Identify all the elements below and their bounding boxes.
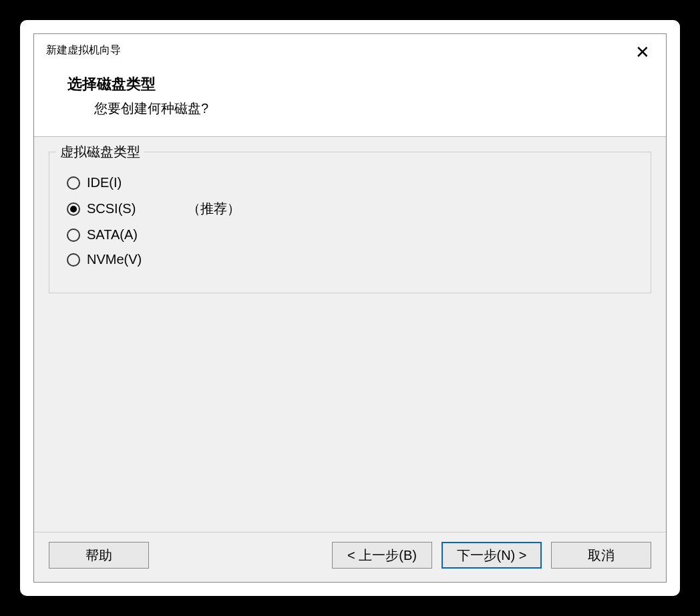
radio-label: SATA(A) [87,227,167,243]
back-button[interactable]: < 上一步(B) [332,542,432,569]
titlebar: 新建虚拟机向导 ✕ [34,34,666,67]
cancel-button[interactable]: 取消 [551,542,651,569]
radio-hint: （推荐） [187,200,240,218]
close-icon[interactable]: ✕ [631,43,654,61]
radio-nvme[interactable]: NVMe(V) [67,252,639,267]
radio-icon [67,202,80,216]
radio-icon [67,253,80,267]
dialog-title: 新建虚拟机向导 [46,43,121,57]
radio-label: IDE(I) [87,175,167,190]
page-title: 选择磁盘类型 [67,74,666,94]
radio-label: NVMe(V) [87,252,167,267]
radio-scsi[interactable]: SCSI(S) （推荐） [67,200,639,218]
next-button[interactable]: 下一步(N) > [442,542,542,569]
wizard-body: 虚拟磁盘类型 IDE(I) SCSI(S) （推荐） SATA(A) [34,137,666,532]
page-subtitle: 您要创建何种磁盘? [94,100,666,118]
wizard-header: 选择磁盘类型 您要创建何种磁盘? [34,67,666,137]
radio-sata[interactable]: SATA(A) [67,227,639,243]
wizard-dialog: 新建虚拟机向导 ✕ 选择磁盘类型 您要创建何种磁盘? 虚拟磁盘类型 IDE(I)… [33,33,667,583]
group-legend: 虚拟磁盘类型 [56,143,144,161]
radio-icon [67,176,80,190]
radio-label: SCSI(S) [87,201,167,216]
help-button[interactable]: 帮助 [49,542,149,569]
radio-ide[interactable]: IDE(I) [67,175,639,190]
wizard-footer: 帮助 < 上一步(B) 下一步(N) > 取消 [34,532,666,582]
disk-type-group: 虚拟磁盘类型 IDE(I) SCSI(S) （推荐） SATA(A) [49,152,651,293]
radio-icon [67,228,80,242]
